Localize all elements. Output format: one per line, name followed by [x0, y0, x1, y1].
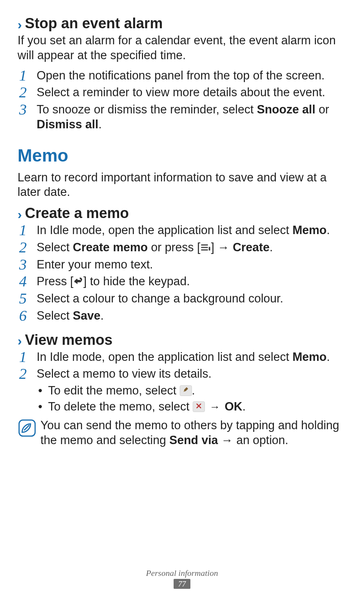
- cm-step-1-b: .: [327, 223, 330, 237]
- vm-b2-b: .: [242, 400, 246, 413]
- note-b: → an option.: [218, 433, 288, 447]
- step-3-text-a: To snooze or dismiss the reminder, selec…: [37, 103, 257, 116]
- menu-key-icon: [200, 243, 211, 252]
- note-text: You can send the memo to others by tappi…: [40, 418, 346, 448]
- cm-step-2-a: Select: [37, 241, 73, 254]
- cm-step-3: Enter your memo text.: [18, 257, 346, 272]
- cm-step-2-bold2: Create: [233, 241, 270, 254]
- cm-step-6: Select Save.: [18, 309, 346, 323]
- vm-step-1-a: In Idle mode, open the application list …: [37, 350, 292, 364]
- intro-memo: Learn to record important information to…: [18, 170, 346, 200]
- vm-b1-a: To edit the memo, select: [48, 384, 180, 397]
- chapter-label: Personal information: [0, 568, 364, 578]
- vm-step-1-bold: Memo: [292, 350, 327, 364]
- heading-stop-alarm: › Stop an event alarm: [18, 15, 346, 32]
- chevron-right-icon: ›: [18, 18, 22, 31]
- steps-view-memos: In Idle mode, open the application list …: [18, 350, 346, 415]
- arrow-right-icon: →: [205, 401, 225, 413]
- heading-view-memos: › View memos: [18, 332, 346, 348]
- vm-b2-bold: OK: [225, 400, 243, 413]
- step-3: To snooze or dismiss the reminder, selec…: [18, 102, 346, 132]
- cm-step-2: Select Create memo or press [] → Create.: [18, 240, 346, 255]
- page-number: 77: [174, 579, 190, 589]
- vm-bullet-2: To delete the memo, select → OK.: [37, 399, 346, 414]
- steps-create-memo: In Idle mode, open the application list …: [18, 223, 346, 323]
- back-key-icon: [73, 277, 83, 286]
- step-3-bold-1: Snooze all: [257, 103, 315, 116]
- cm-step-4: Press [] to hide the keypad.: [18, 274, 346, 289]
- step-1: Open the notifications panel from the to…: [18, 68, 346, 83]
- step-3-text-b: or: [316, 103, 329, 116]
- vm-step-1: In Idle mode, open the application list …: [18, 350, 346, 365]
- svg-rect-1: [201, 247, 208, 248]
- heading-stop-alarm-text: Stop an event alarm: [25, 15, 163, 32]
- note-block: You can send the memo to others by tappi…: [18, 418, 346, 448]
- vm-step-2-text: Select a memo to view its details.: [37, 367, 211, 380]
- cm-step-2-b: or press [: [148, 241, 200, 254]
- heading-create-memo: › Create a memo: [18, 205, 346, 221]
- cm-step-1-a: In Idle mode, open the application list …: [37, 223, 292, 237]
- cm-step-1: In Idle mode, open the application list …: [18, 223, 346, 238]
- vm-step-2: Select a memo to view its details. To ed…: [18, 367, 346, 414]
- cm-step-2-bold1: Create memo: [73, 241, 148, 254]
- steps-stop-alarm: Open the notifications panel from the to…: [18, 68, 346, 132]
- cm-step-5-text: Select a colour to change a background c…: [37, 292, 283, 305]
- section-title-memo: Memo: [18, 145, 346, 166]
- intro-stop-alarm: If you set an alarm for a calendar event…: [18, 33, 346, 63]
- chevron-right-icon: ›: [18, 334, 22, 347]
- vm-step-1-b: .: [327, 350, 330, 364]
- chevron-right-icon: ›: [18, 208, 22, 221]
- cm-step-4-b: ] to hide the keypad.: [83, 275, 190, 288]
- cm-step-1-bold: Memo: [292, 223, 327, 237]
- pencil-edit-icon: [180, 385, 192, 396]
- cm-step-3-text: Enter your memo text.: [37, 258, 153, 271]
- vm-b2-a: To delete the memo, select: [48, 400, 193, 413]
- step-2-text: Select a reminder to view more details a…: [37, 86, 325, 99]
- cm-step-4-a: Press [: [37, 275, 73, 288]
- cm-step-5: Select a colour to change a background c…: [18, 291, 346, 306]
- cm-step-6-a: Select: [37, 309, 73, 322]
- vm-bullet-1: To edit the memo, select .: [37, 383, 346, 398]
- svg-rect-3: [209, 247, 210, 251]
- note-info-icon: [18, 419, 37, 438]
- step-3-bold-2: Dismiss all: [37, 118, 98, 131]
- cm-step-6-b: .: [100, 309, 104, 322]
- note-bold: Send via: [169, 433, 218, 447]
- svg-rect-2: [201, 249, 208, 251]
- heading-view-memos-text: View memos: [25, 332, 113, 348]
- vm-b1-b: .: [192, 384, 195, 397]
- step-3-text-c: .: [98, 118, 102, 131]
- page-footer: Personal information 77: [0, 568, 364, 589]
- vm-bullets: To edit the memo, select . To delete the…: [37, 383, 346, 415]
- svg-rect-0: [201, 244, 208, 246]
- x-delete-icon: [193, 401, 205, 412]
- cm-step-2-c: ] →: [211, 241, 233, 254]
- heading-create-memo-text: Create a memo: [25, 205, 129, 221]
- cm-step-6-bold: Save: [73, 309, 100, 322]
- step-2: Select a reminder to view more details a…: [18, 85, 346, 100]
- cm-step-2-d: .: [269, 241, 273, 254]
- step-1-text: Open the notifications panel from the to…: [37, 69, 325, 82]
